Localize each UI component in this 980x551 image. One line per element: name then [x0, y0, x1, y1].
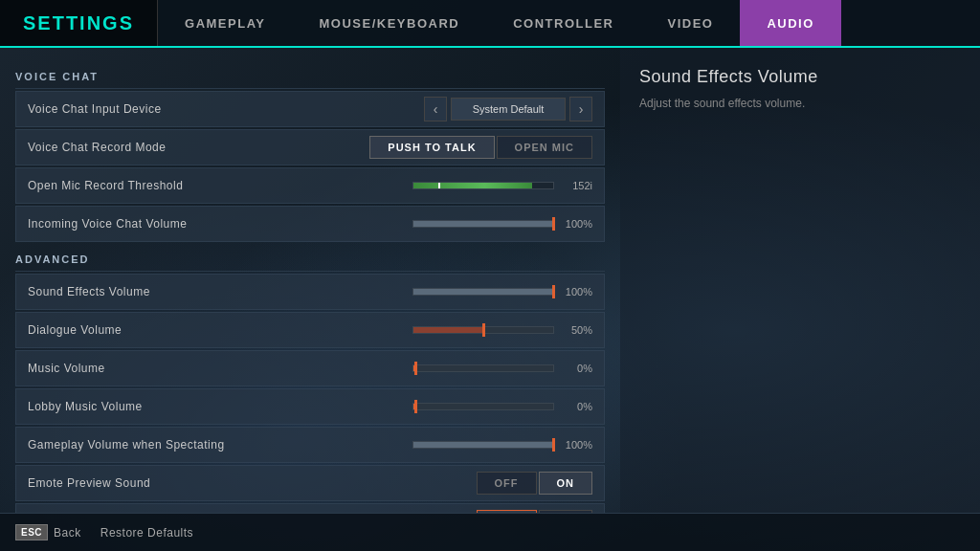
dialogue-thumb [482, 323, 485, 337]
back-label: Back [54, 526, 81, 540]
toggle-emote-on[interactable]: On [539, 472, 593, 495]
dialogue-value: 50% [562, 324, 592, 336]
label-emote-preview-sound: Emote Preview Sound [28, 476, 363, 490]
control-sound-effects-volume: 100% [363, 286, 592, 298]
music-thumb [414, 362, 417, 375]
toggle-push-to-talk[interactable]: Push to Talk [369, 136, 494, 159]
esc-key: ESC [15, 524, 48, 540]
lobby-music-fill [413, 404, 415, 409]
info-panel-description: Adjust the sound effects volume. [639, 95, 961, 112]
slider-incoming-volume: 100% [363, 218, 592, 230]
sound-effects-thumb [552, 285, 555, 298]
control-music-volume: 0% [363, 363, 592, 374]
gameplay-spectating-track[interactable] [412, 441, 554, 449]
footer: ESC Back Restore Defaults [0, 513, 980, 551]
label-music-volume: Music Volume [28, 362, 363, 375]
music-fill [413, 365, 415, 371]
toggle-record-mode: Push to Talk Open Mic [369, 136, 592, 159]
toggle-emote-preview: Off On [477, 472, 593, 495]
section-voice-chat: VOICE CHAT [15, 63, 605, 89]
row-gameplay-volume-spectating: Gameplay Volume when Spectating 100% [15, 427, 605, 463]
slider-music: 0% [363, 363, 592, 374]
tab-video[interactable]: VIDEO [640, 0, 740, 46]
header: SETTINGS GAMEPLAY MOUSE/KEYBOARD CONTROL… [0, 0, 980, 48]
prev-device-button[interactable]: ‹ [424, 97, 447, 121]
gameplay-spectating-value: 100% [562, 439, 592, 451]
toggle-emote-off[interactable]: Off [477, 472, 537, 495]
main-content: VOICE CHAT Voice Chat Input Device ‹ Sys… [0, 48, 980, 513]
row-incoming-volume: Incoming Voice Chat Volume 100% [15, 206, 605, 242]
label-voice-record-mode: Voice Chat Record Mode [28, 141, 363, 154]
slider-mic-threshold: 152i [363, 180, 592, 191]
label-voice-input-device: Voice Chat Input Device [28, 102, 363, 116]
device-selector: ‹ System Default › [424, 97, 592, 121]
label-dialogue-volume: Dialogue Volume [28, 323, 363, 337]
sound-effects-fill [413, 289, 553, 295]
row-dialogue-volume: Dialogue Volume 50% [15, 312, 605, 348]
control-emote-preview-sound: Off On [363, 472, 592, 495]
tab-mouse-keyboard[interactable]: MOUSE/KEYBOARD [293, 0, 487, 46]
mic-threshold-value: 152i [562, 180, 592, 191]
label-lobby-music-volume: Lobby Music Volume [28, 400, 363, 413]
slider-sound-effects: 100% [363, 286, 592, 298]
row-mic-threshold: Open Mic Record Threshold 152i [15, 167, 605, 204]
control-dialogue-volume: 50% [363, 324, 592, 336]
row-lobby-music-volume: Lobby Music Volume 0% [15, 388, 605, 425]
mic-slider-thumb [438, 182, 440, 189]
lobby-music-track[interactable] [412, 403, 554, 410]
sound-effects-track[interactable] [412, 288, 554, 296]
next-device-button[interactable]: › [569, 97, 592, 121]
music-value: 0% [562, 363, 592, 374]
incoming-volume-track[interactable] [412, 220, 554, 228]
nav-tabs: GAMEPLAY MOUSE/KEYBOARD CONTROLLER VIDEO… [158, 0, 980, 46]
control-voice-input-device: ‹ System Default › [363, 97, 592, 121]
incoming-volume-value: 100% [562, 218, 592, 230]
app-title-container: SETTINGS [0, 0, 158, 46]
restore-defaults-button[interactable]: Restore Defaults [100, 526, 193, 540]
row-music-volume: Music Volume 0% [15, 350, 605, 386]
section-advanced: ADVANCED [15, 246, 605, 272]
label-mic-threshold: Open Mic Record Threshold [28, 179, 363, 192]
settings-panel: VOICE CHAT Voice Chat Input Device ‹ Sys… [0, 48, 620, 513]
device-value: System Default [451, 98, 566, 121]
control-lobby-music-volume: 0% [363, 401, 592, 412]
lobby-music-value: 0% [562, 401, 592, 412]
slider-dialogue: 50% [363, 324, 592, 336]
sound-effects-value: 100% [562, 286, 592, 298]
gameplay-spectating-thumb [552, 438, 555, 452]
row-emote-preview-sound: Emote Preview Sound Off On [15, 465, 605, 501]
slider-lobby-music: 0% [363, 401, 592, 412]
mic-slider-track[interactable] [412, 182, 554, 189]
row-voice-input-device: Voice Chat Input Device ‹ System Default… [15, 91, 605, 127]
control-voice-record-mode: Push to Talk Open Mic [363, 136, 592, 159]
info-panel-title: Sound Effects Volume [639, 67, 961, 87]
gameplay-spectating-fill [413, 442, 553, 448]
tab-controller[interactable]: CONTROLLER [486, 0, 640, 46]
slider-gameplay-spectating: 100% [363, 439, 592, 451]
toggle-open-mic[interactable]: Open Mic [497, 136, 592, 159]
back-button[interactable]: ESC Back [15, 524, 81, 540]
music-track[interactable] [412, 364, 554, 372]
label-gameplay-volume-spectating: Gameplay Volume when Spectating [28, 438, 363, 452]
control-incoming-volume: 100% [363, 218, 592, 230]
incoming-volume-thumb [552, 217, 555, 231]
row-voice-record-mode: Voice Chat Record Mode Push to Talk Open… [15, 129, 605, 165]
control-gameplay-volume-spectating: 100% [363, 439, 592, 451]
tab-audio[interactable]: AUDIO [740, 0, 840, 46]
dialogue-fill [413, 327, 483, 333]
control-mic-threshold: 152i [363, 180, 592, 191]
info-panel: Sound Effects Volume Adjust the sound ef… [620, 48, 980, 513]
label-incoming-volume: Incoming Voice Chat Volume [28, 217, 363, 231]
row-sound-in-background: Sound In Background Off On [15, 503, 605, 513]
row-sound-effects-volume: Sound Effects Volume 100% [15, 274, 605, 310]
mic-slider-fill [413, 183, 532, 188]
incoming-volume-fill [413, 221, 553, 227]
tab-gameplay[interactable]: GAMEPLAY [158, 0, 292, 46]
app-title: SETTINGS [23, 12, 134, 34]
dialogue-track[interactable] [412, 326, 554, 334]
restore-defaults-label: Restore Defaults [100, 526, 193, 540]
label-sound-effects-volume: Sound Effects Volume [28, 285, 363, 298]
lobby-music-thumb [414, 400, 417, 413]
